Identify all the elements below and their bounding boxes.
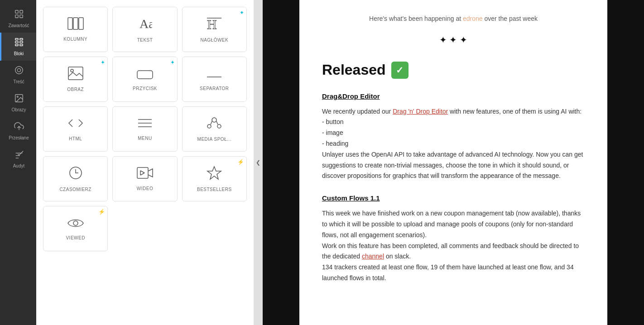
block-media-społ[interactable]: MEDIA SPOŁ... [182,106,247,152]
block-label-obraz: OBRAZ [67,87,84,92]
chevron-left-icon: ❮ [256,159,260,166]
badge-bestsellers: ⚡ [237,159,244,165]
section-content-drag-drop: We recently updated our Drag 'n' Drop Ed… [322,106,585,182]
sidebar-item-zawartość[interactable]: Zawartość [0,5,36,33]
sidebar-label-audyt: Audyt [13,163,25,168]
clock-icon [68,166,83,183]
sidebar-item-audyt[interactable]: Audyt [0,145,36,173]
check-badge: ✓ [391,62,409,79]
separator-icon [206,68,222,82]
block-label-przycisk: PRZYCISK [133,86,157,91]
upload-icon [14,121,24,134]
svg-point-33 [217,124,221,128]
divider-dots: ✦ ✦ ✦ [322,33,585,47]
badge-nagłówek: ✦ [240,10,244,16]
released-text: Released [322,58,386,81]
svg-line-34 [211,121,212,124]
heading-icon: H [206,16,222,34]
svg-point-13 [17,96,18,97]
svg-point-10 [15,67,23,74]
blocks-panel: KOLUMNY Aa TEKST ✦ H NAGŁÓWEK ✦ [36,0,254,325]
block-label-menu: MENU [138,136,152,141]
svg-rect-2 [15,15,18,18]
text-icon: Aa [138,16,152,34]
sidebar-item-treść[interactable]: Treść [0,61,36,89]
block-label-viewed: VIEWED [66,235,85,240]
svg-text:Aa: Aa [139,17,152,31]
svg-rect-37 [137,167,148,178]
svg-rect-20 [79,18,83,29]
block-tekst[interactable]: Aa TEKST [112,7,177,52]
block-label-tekst: TEKST [137,38,153,43]
columns-icon [67,17,84,33]
email-header-highlight: edrone [463,15,483,22]
svg-point-42 [73,221,78,225]
svg-marker-41 [207,167,221,179]
badge-przycisk: ✦ [170,59,175,66]
email-content: Here's what's been happening at edrone o… [299,0,607,325]
svg-rect-8 [15,44,18,46]
block-label-czasomierz: CZASOMIERZ [59,187,91,192]
email-header: Here's what's been happening at edrone o… [322,14,585,24]
images-icon [14,93,24,105]
collapse-handle[interactable]: ❮ [254,0,263,325]
svg-rect-7 [19,41,22,43]
block-label-html: HTML [69,136,82,141]
html-icon [68,117,83,133]
block-separator[interactable]: SEPARATOR [182,57,247,102]
block-menu[interactable]: MENU [112,106,177,152]
block-przycisk[interactable]: ✦ PRZYCISK [112,57,177,102]
block-label-nagłówek: NAGŁÓWEK [200,38,228,43]
sidebar-label-obrazy: Obrazy [11,107,26,112]
sidebar-label-zawartość: Zawartość [8,23,29,28]
section-title-drag-drop: Drag&Drop Editor [322,91,585,102]
sidebar-label-treść: Treść [13,79,24,84]
video-icon [137,167,153,182]
badge-obraz: ✦ [101,59,105,66]
block-nagłówek[interactable]: ✦ H NAGŁÓWEK [182,7,247,52]
block-label-separator: SEPARATOR [200,86,229,91]
svg-line-35 [216,121,218,124]
content-icon [14,65,24,77]
block-czasomierz[interactable]: CZASOMIERZ [43,156,108,201]
block-label-bestsellers: BESTSELLERS [197,187,232,192]
menu-icon [137,117,153,132]
sidebar-item-bloki[interactable]: Bloki [0,33,36,61]
svg-rect-0 [15,10,18,13]
svg-point-32 [207,124,211,128]
section-content-custom-flows: This week we have finished work on a new… [322,208,585,284]
block-html[interactable]: HTML [43,106,108,152]
blocks-icon [14,37,24,49]
svg-point-11 [17,68,20,72]
svg-rect-1 [19,10,22,13]
social-icon [206,116,222,133]
section-drag-drop: Drag&Drop Editor We recently updated our… [322,91,585,182]
channel-link[interactable]: channel [362,253,384,260]
block-label-media-społ: MEDIA SPOŁ... [197,137,231,142]
section-custom-flows: Custom Flows 1.1 This week we have finis… [322,193,585,284]
block-viewed[interactable]: ⚡ VIEWED [43,206,108,251]
svg-line-40 [140,173,144,175]
email-preview: Here's what's been happening at edrone o… [263,0,644,325]
block-kolumny[interactable]: KOLUMNY [43,7,108,52]
sidebar-item-obrazy[interactable]: Obrazy [0,89,36,117]
audit-icon [14,149,24,162]
block-label-kolumny: KOLUMNY [63,37,87,42]
grid-icon [14,9,24,21]
blocks-grid: KOLUMNY Aa TEKST ✦ H NAGŁÓWEK ✦ [43,7,247,251]
sidebar-label-bloki: Bloki [14,51,24,56]
block-bestsellers[interactable]: ⚡ BESTSELLERS [182,156,247,201]
svg-rect-26 [137,71,153,79]
svg-rect-6 [15,41,18,43]
svg-rect-19 [73,18,78,29]
svg-rect-4 [15,38,18,40]
sidebar-item-przesłane[interactable]: Przesłane [0,117,36,145]
block-obraz[interactable]: ✦ OBRAZ [43,57,108,102]
svg-point-25 [71,69,73,72]
section-title-custom-flows: Custom Flows 1.1 [322,193,585,204]
block-wideo[interactable]: WIDEO [112,156,177,201]
drag-drop-link[interactable]: Drag 'n' Drop Editor [393,108,448,115]
check-icon: ✓ [396,63,404,77]
button-icon [137,68,153,82]
svg-rect-9 [19,44,22,46]
